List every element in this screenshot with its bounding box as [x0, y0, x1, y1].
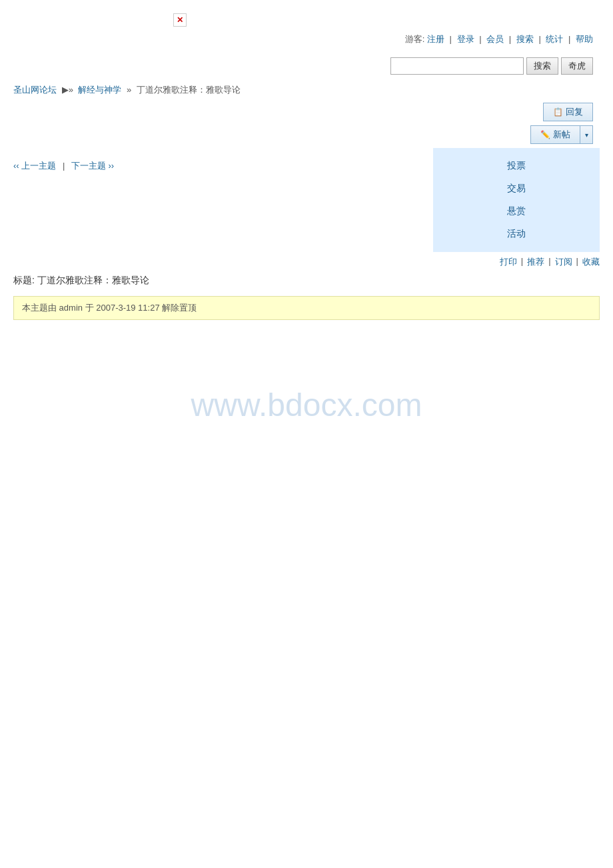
nav-search[interactable]: 搜索 — [516, 34, 534, 44]
prev-topic-link[interactable]: ‹‹ 上一主题 — [13, 161, 56, 171]
action-links: 打印 | 推荐 | 订阅 | 收藏 — [13, 252, 600, 272]
breadcrumb-arrow: ▶» — [62, 85, 76, 95]
reply-icon: 📋 — [553, 107, 563, 117]
action-buttons: 📋 回复 ✏️ 新帖 ▾ — [13, 103, 600, 144]
new-post-wrapper: ✏️ 新帖 ▾ — [530, 125, 593, 144]
breadcrumb-sep: » — [127, 85, 134, 95]
al-sep2: | — [548, 256, 550, 268]
subscribe-link[interactable]: 订阅 — [555, 256, 572, 268]
menu-item-activity[interactable]: 活动 — [433, 223, 600, 245]
sep1: | — [450, 34, 454, 44]
dropdown-arrow: ▾ — [585, 131, 588, 139]
nav-sep: | — [63, 161, 67, 171]
post-title-text: 丁道尔雅歌注释：雅歌导论 — [37, 275, 149, 285]
new-post-dropdown[interactable]: ▾ — [580, 125, 593, 144]
nav-member[interactable]: 会员 — [486, 34, 504, 44]
search-button[interactable]: 搜索 — [526, 57, 558, 75]
prev-next-nav: ‹‹ 上一主题 | 下一主题 ›› — [13, 155, 433, 177]
breadcrumb-current: 丁道尔雅歌注释：雅歌导论 — [137, 85, 241, 95]
breadcrumb-category[interactable]: 解经与神学 — [78, 85, 121, 95]
menu-item-vote[interactable]: 投票 — [433, 155, 600, 177]
menu-item-trade[interactable]: 交易 — [433, 177, 600, 200]
post-title-row: 标题: 丁道尔雅歌注释：雅歌导论 — [13, 272, 600, 293]
topic-left: ‹‹ 上一主题 | 下一主题 ›› — [13, 148, 433, 252]
sep2: | — [479, 34, 484, 44]
notice-box: 本主题由 admin 于 2007-3-19 11:27 解除置顶 — [13, 296, 600, 320]
nav-stats[interactable]: 统计 — [546, 34, 563, 44]
page-wrapper: ✕ 游客: 注册 | 登录 | 会员 | 搜索 | 统计 | 帮助 搜索 奇虎 … — [0, 0, 613, 868]
reply-button[interactable]: 📋 回复 — [543, 103, 593, 121]
sep3: | — [509, 34, 514, 44]
breadcrumb: 圣山网论坛 ▶» 解经与神学 » 丁道尔雅歌注释：雅歌导论 — [0, 80, 613, 103]
reply-label: 回复 — [566, 106, 583, 118]
recommend-link[interactable]: 推荐 — [527, 256, 544, 268]
nav-register[interactable]: 注册 — [427, 34, 444, 44]
watermark: www.bdocx.com — [191, 387, 422, 423]
edit-icon: ✏️ — [540, 130, 550, 139]
al-sep3: | — [576, 256, 578, 268]
print-link[interactable]: 打印 — [500, 256, 517, 268]
favorite-link[interactable]: 收藏 — [582, 256, 600, 268]
sep4: | — [538, 34, 543, 44]
al-sep1: | — [521, 256, 523, 268]
top-nav: 游客: 注册 | 登录 | 会员 | 搜索 | 统计 | 帮助 — [0, 27, 613, 52]
broken-image: ✕ — [173, 13, 187, 27]
sep5: | — [568, 34, 573, 44]
breadcrumb-home[interactable]: 圣山网论坛 — [13, 85, 57, 95]
topic-area: ‹‹ 上一主题 | 下一主题 ›› 投票 交易 悬赏 活动 — [13, 148, 600, 252]
nav-help[interactable]: 帮助 — [576, 34, 593, 44]
topic-right-menu: 投票 交易 悬赏 活动 — [433, 148, 600, 252]
notice-text: 本主题由 admin 于 2007-3-19 11:27 解除置顶 — [22, 303, 197, 313]
guest-label: 游客: — [405, 34, 425, 44]
main-content: 📋 回复 ✏️ 新帖 ▾ ‹‹ 上一主题 | 下一主题 ›› — [0, 103, 613, 320]
search-bar: 搜索 奇虎 — [0, 52, 613, 80]
next-topic-link[interactable]: 下一主题 ›› — [71, 161, 114, 171]
menu-item-reward[interactable]: 悬赏 — [433, 200, 600, 223]
new-post-label: 新帖 — [553, 129, 570, 141]
broken-image-icon: ✕ — [177, 15, 183, 25]
search-input[interactable] — [390, 57, 524, 75]
title-label: 标题: — [13, 275, 35, 285]
nav-login[interactable]: 登录 — [457, 34, 474, 44]
new-post-button[interactable]: ✏️ 新帖 — [530, 125, 580, 144]
qihu-button[interactable]: 奇虎 — [561, 57, 593, 75]
